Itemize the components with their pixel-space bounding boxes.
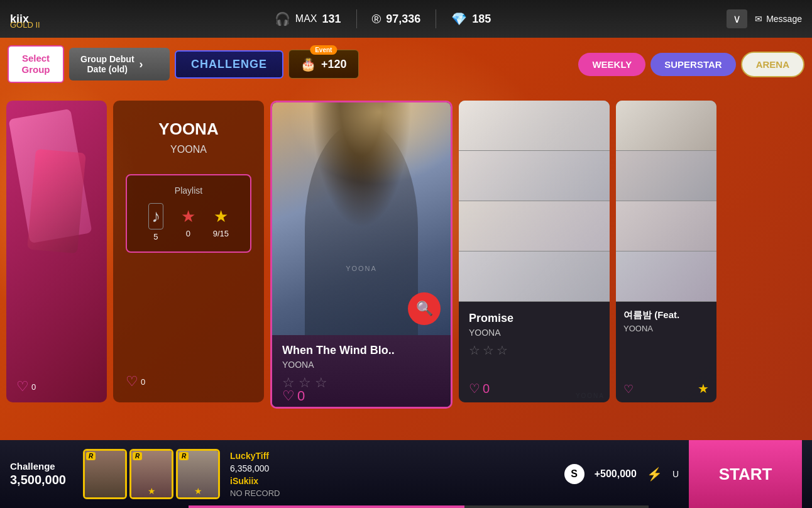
superstar-button[interactable]: SUPERSTAR [650, 53, 735, 76]
lightning-icon: ⚡ [647, 467, 662, 482]
r-badge-1: R [86, 452, 96, 460]
challenge-score: 3,500,000 [10, 473, 73, 487]
challenge-info: Challenge 3,500,000 [10, 461, 73, 487]
right-heart[interactable]: ♡ [623, 382, 634, 396]
chevron-down-button[interactable]: ∨ [727, 9, 747, 28]
heart-icon-artist: ♡ [126, 373, 138, 390]
music-note-icon: ♪ [148, 203, 163, 229]
challenge-avatars: R R ★ R ★ [83, 449, 220, 499]
star-3: ☆ [315, 375, 327, 391]
playlist-gold-stars-stat: ★ 9/15 [213, 207, 229, 238]
event-button[interactable]: Event 🎂 +120 [288, 50, 359, 79]
record-icon: ® [372, 12, 381, 26]
card-partial-left: ♡ 0 [6, 101, 107, 402]
challenge-players: LuckyTiff 6,358,000 iSukiix NO RECORD [230, 451, 280, 498]
main-area: Select Group Group Debut Date (old) › CH… [0, 38, 812, 440]
promise-img-row-3 [459, 201, 610, 251]
card-partial-inner [6, 101, 107, 402]
search-icon: 🔍 [416, 301, 433, 317]
top-stats: 🎧 MAX 131 ® 97,336 💎 185 [275, 9, 491, 28]
featured-card-image: YOONA 🔍 [272, 102, 451, 335]
player2-rank: NO RECORD [230, 489, 280, 498]
cards-area: ♡ 0 YOONA YOONA Playlist ♪ 5 ★ 0 [0, 88, 812, 440]
promise-artist: YOONA [469, 328, 600, 338]
r-badge-3: R [179, 452, 189, 460]
featured-artist: YOONA [282, 360, 441, 370]
avatar-1: R [83, 449, 127, 499]
promise-stars: ☆ ☆ ☆ [469, 343, 600, 358]
promise-heart[interactable]: ♡ 0 [469, 381, 490, 396]
arena-button[interactable]: ARENA [741, 52, 804, 77]
card-heart-artist[interactable]: ♡ 0 [126, 373, 145, 390]
avatar-3: R ★ [176, 449, 220, 499]
featured-card[interactable]: YOONA 🔍 When The Wind Blo.. YOONA ☆ ☆ ☆ … [270, 101, 453, 409]
start-button[interactable]: START [689, 440, 802, 508]
player2-name: iSukiix [230, 476, 280, 486]
gold-star-icon: ★ [214, 207, 228, 226]
heart-icon-left: ♡ [16, 378, 29, 395]
playlist-songs-stat: ♪ 5 [148, 203, 163, 241]
featured-heart[interactable]: ♡ 0 [282, 388, 305, 404]
stat-divider-1 [356, 9, 357, 28]
headphone-icon: 🎧 [275, 11, 290, 26]
rank-label: GOLD II [10, 20, 40, 30]
pstar-1: ☆ [469, 343, 480, 358]
avatar-2-star: ★ [148, 486, 156, 496]
diamond-value: 185 [472, 13, 491, 26]
max-label: MAX [295, 13, 317, 25]
heart-icon-featured: ♡ [282, 388, 295, 404]
message-button[interactable]: ✉ Message [755, 14, 802, 24]
search-button[interactable]: 🔍 [408, 292, 441, 325]
record-value: 97,336 [386, 13, 420, 26]
top-bar: kiix GOLD II 🎧 MAX 131 ® 97,336 💎 185 ∨ … [0, 0, 812, 38]
promise-img-row-4 [459, 251, 610, 302]
group-debut-button[interactable]: Group Debut Date (old) › [69, 48, 170, 80]
promise-card-bottom: Promise YOONA ☆ ☆ ☆ ♡ 0 [459, 302, 610, 402]
card-heart-left[interactable]: ♡ 0 [16, 378, 36, 395]
playlist-stats: ♪ 5 ★ 0 ★ 9/15 [140, 203, 238, 241]
promise-card[interactable]: YOONA Promise YOONA ☆ ☆ ☆ ♡ 0 [459, 101, 610, 402]
bottom-progress-bar-container [189, 505, 649, 508]
bottom-bar: Challenge 3,500,000 R R ★ R ★ LuckyTiff … [0, 440, 812, 508]
featured-stars: ☆ ☆ ☆ [282, 375, 441, 391]
yoona-watermark: YOONA [346, 265, 377, 272]
message-icon: ✉ [755, 14, 762, 24]
playlist-red-stars-stat: ★ 0 [181, 207, 195, 238]
avatar-3-star: ★ [194, 486, 202, 496]
top-bar-right: ∨ ✉ Message [727, 9, 802, 28]
chevron-right-icon: › [140, 58, 143, 71]
featured-song-title: When The Wind Blo.. [282, 344, 441, 357]
nav-row: Select Group Group Debut Date (old) › CH… [0, 45, 812, 83]
headphone-stat: 🎧 MAX 131 [275, 11, 341, 26]
avatar-2: R ★ [129, 449, 173, 499]
promise-image: YOONA [459, 101, 610, 302]
right-song-title: 여름밤 (Feat. [623, 309, 709, 321]
right-star: ★ [698, 381, 709, 396]
artist-name-big: YOONA [158, 119, 218, 139]
heart-icon-right: ♡ [623, 382, 634, 396]
player1-name: LuckyTiff [230, 451, 280, 461]
bottom-right-actions: S +500,000 ⚡ U [564, 464, 679, 484]
weekly-button[interactable]: WEEKLY [578, 53, 645, 76]
promise-img-row-2 [459, 151, 610, 201]
unknown-label: U [672, 469, 679, 479]
right-img-row-2 [616, 151, 716, 201]
playlist-box: Playlist ♪ 5 ★ 0 ★ 9/15 [126, 174, 251, 253]
select-group-button[interactable]: Select Group [8, 45, 64, 83]
right-img-row-3 [616, 201, 716, 251]
right-img-row-4 [616, 251, 716, 302]
coin-icon: S [564, 464, 584, 484]
right-card[interactable]: 여름밤 (Feat. YOONA ♡ ★ [616, 101, 716, 402]
right-card-bottom: 여름밤 (Feat. YOONA ♡ ★ [616, 302, 716, 402]
diamond-stat: 💎 185 [451, 11, 491, 26]
promise-title: Promise [469, 312, 600, 325]
reward-amount: +500,000 [595, 468, 637, 480]
featured-card-bottom: When The Wind Blo.. YOONA ☆ ☆ ☆ ♡ 0 [272, 335, 451, 409]
cake-icon: 🎂 [300, 57, 316, 72]
stat-divider-2 [436, 9, 436, 28]
pstar-2: ☆ [483, 343, 494, 358]
challenge-button[interactable]: CHALLENGE [175, 50, 283, 79]
record-stat: ® 97,336 [372, 12, 421, 26]
right-artist: YOONA [623, 324, 709, 333]
red-star-icon: ★ [181, 207, 195, 226]
